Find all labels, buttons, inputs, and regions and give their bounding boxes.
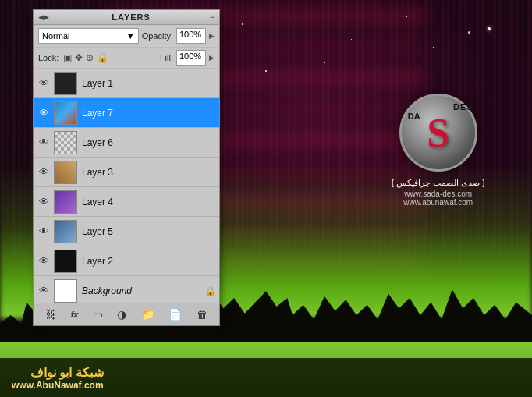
layer-name: Layer 4	[82, 197, 113, 207]
opacity-input[interactable]: 100%	[176, 28, 206, 44]
layer-name: Layer 2	[82, 256, 113, 267]
delete-layer-button[interactable]: 🗑	[193, 307, 211, 322]
mask-button[interactable]: ▭	[90, 307, 106, 322]
lock-position-icon[interactable]: ⊕	[86, 52, 94, 63]
blend-mode-value: Normal	[42, 31, 69, 41]
layer-visibility-eye[interactable]: 👁	[37, 165, 51, 179]
new-layer-button[interactable]: 📄	[165, 307, 185, 322]
layer-item[interactable]: 👁Layer 5	[34, 217, 219, 246]
layer-lock-icon: 🔒	[204, 285, 216, 296]
bottom-bar: شبكة ابو نواف www.AbuNawaf.com	[0, 358, 532, 397]
logo-da: DA	[408, 112, 420, 121]
layer-thumbnail	[54, 101, 77, 125]
layer-item[interactable]: 👁Layer 6	[34, 128, 219, 158]
layer-visibility-eye[interactable]: 👁	[37, 195, 51, 209]
layer-name: Layer 7	[82, 108, 113, 119]
logo-arabic: { صدى الصمت جرافيكس }	[391, 178, 485, 188]
panel-menu-icon[interactable]: ≡	[210, 13, 215, 22]
star	[296, 55, 297, 55]
star	[488, 27, 491, 30]
fx-button[interactable]: fx	[68, 308, 82, 321]
site-arabic-title: شبكة ابو نواف	[12, 365, 104, 380]
layer-item[interactable]: 👁Layer 4	[34, 187, 219, 217]
layer-name: Background	[82, 285, 132, 296]
star	[468, 31, 470, 34]
fill-arrow[interactable]: ▶	[209, 54, 215, 62]
star	[242, 23, 243, 25]
lock-transparency-icon[interactable]: ▣	[63, 52, 72, 63]
layers-panel: ◀▶ LAYERS ≡ Normal ▼ Opacity: 100% ▶ Loc…	[33, 9, 220, 326]
panel-collapse-arrows[interactable]: ◀▶	[38, 13, 49, 21]
group-button[interactable]: 📁	[138, 307, 158, 322]
logo-area: DES DA S { صدى الصمت جرافيكس } www.sada-…	[391, 94, 485, 207]
star	[351, 39, 352, 40]
layer-visibility-eye[interactable]: 👁	[37, 254, 51, 268]
layer-name: Layer 5	[82, 226, 113, 237]
layer-item[interactable]: 👁Layer 3	[34, 158, 219, 187]
star	[324, 62, 325, 63]
layer-thumbnail	[54, 279, 77, 303]
lock-all-icon[interactable]: 🔒	[97, 52, 108, 63]
logo-sa-text: DA	[408, 112, 420, 121]
lock-label: Lock:	[38, 53, 59, 62]
fill-input[interactable]: 100%	[176, 50, 206, 66]
layer-thumbnail	[54, 190, 77, 214]
bottom-text: شبكة ابو نواف www.AbuNawaf.com	[12, 365, 104, 391]
layer-thumbnail	[54, 72, 77, 95]
star	[433, 47, 434, 48]
layer-visibility-eye[interactable]: 👁	[37, 136, 51, 150]
link-layers-button[interactable]: ⛓	[42, 307, 59, 322]
layer-item[interactable]: 👁Background🔒	[34, 276, 219, 303]
opacity-label: Opacity:	[142, 31, 173, 41]
star	[265, 70, 267, 72]
fill-label: Fill:	[160, 53, 173, 62]
layer-name: Layer 3	[82, 167, 113, 178]
layer-name: Layer 1	[82, 78, 113, 89]
logo-texts: { صدى الصمت جرافيكس } www.sada-des.com w…	[391, 178, 485, 207]
layer-visibility-eye[interactable]: 👁	[37, 284, 51, 298]
layers-list: 👁Layer 1👁Layer 7👁Layer 6👁Layer 3👁Layer 4…	[34, 69, 219, 303]
layer-thumbnail	[54, 131, 77, 154]
layer-visibility-eye[interactable]: 👁	[37, 225, 51, 239]
blend-mode-dropdown-arrow: ▼	[126, 31, 135, 41]
lock-pixels-icon[interactable]: ✥	[75, 52, 83, 63]
opacity-arrow[interactable]: ▶	[209, 32, 215, 40]
layer-name: Layer 6	[82, 137, 113, 148]
logo-url2: www.abunawaf.com	[391, 198, 485, 207]
layer-thumbnail	[54, 220, 77, 243]
panel-titlebar: ◀▶ LAYERS ≡	[34, 10, 219, 25]
fill-section: Fill: 100% ▶	[160, 50, 215, 66]
site-url: www.AbuNawaf.com	[12, 380, 104, 391]
layer-thumbnail	[54, 250, 77, 273]
logo-s-letter: S	[427, 110, 449, 156]
layer-visibility-eye[interactable]: 👁	[37, 106, 51, 120]
star	[374, 12, 375, 12]
layer-visibility-eye[interactable]: 👁	[37, 76, 51, 90]
star	[406, 16, 407, 17]
layer-item[interactable]: 👁Layer 1	[34, 69, 219, 98]
lock-row: Lock: ▣ ✥ ⊕ 🔒 Fill: 100% ▶	[34, 48, 219, 69]
panel-toolbar: ⛓ fx ▭ ◑ 📁 📄 🗑	[34, 303, 219, 325]
adjustment-button[interactable]: ◑	[114, 307, 129, 322]
panel-title: LAYERS	[112, 12, 151, 22]
logo-des-text: DES	[453, 102, 473, 112]
blend-mode-select[interactable]: Normal ▼	[38, 28, 139, 44]
logo-url1: www.sada-des.com	[391, 190, 485, 198]
logo-circle: DES DA S	[399, 94, 477, 172]
blend-mode-row: Normal ▼ Opacity: 100% ▶	[34, 25, 219, 48]
lock-icons: ▣ ✥ ⊕ 🔒	[63, 52, 155, 63]
layer-thumbnail	[54, 161, 77, 184]
layer-item[interactable]: 👁Layer 7	[34, 98, 219, 128]
layer-item[interactable]: 👁Layer 2	[34, 246, 219, 276]
